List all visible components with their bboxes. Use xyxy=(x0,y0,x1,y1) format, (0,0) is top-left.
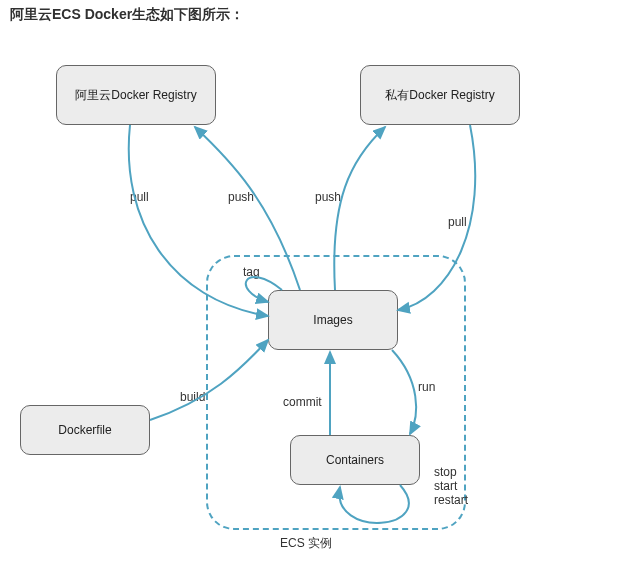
edge-label-run: run xyxy=(418,380,435,394)
node-containers: Containers xyxy=(290,435,420,485)
edge-label-tag: tag xyxy=(243,265,260,279)
edge-label-commit: commit xyxy=(283,395,322,409)
edge-label-pull-left: pull xyxy=(130,190,149,204)
node-images: Images xyxy=(268,290,398,350)
diagram-canvas: 阿里云ECS Docker生态如下图所示： ECS 实例 阿里云Docker R… xyxy=(0,0,642,571)
edge-label-build: build xyxy=(180,390,205,404)
node-dockerfile: Dockerfile xyxy=(20,405,150,455)
ecs-instance-label: ECS 实例 xyxy=(280,535,332,552)
edge-label-push-left: push xyxy=(228,190,254,204)
node-aliyun-docker-registry: 阿里云Docker Registry xyxy=(56,65,216,125)
edge-label-push-right: push xyxy=(315,190,341,204)
edge-label-pull-right: pull xyxy=(448,215,467,229)
diagram-title: 阿里云ECS Docker生态如下图所示： xyxy=(10,6,244,24)
edge-label-restart: stop start restart xyxy=(434,465,468,507)
node-private-docker-registry: 私有Docker Registry xyxy=(360,65,520,125)
